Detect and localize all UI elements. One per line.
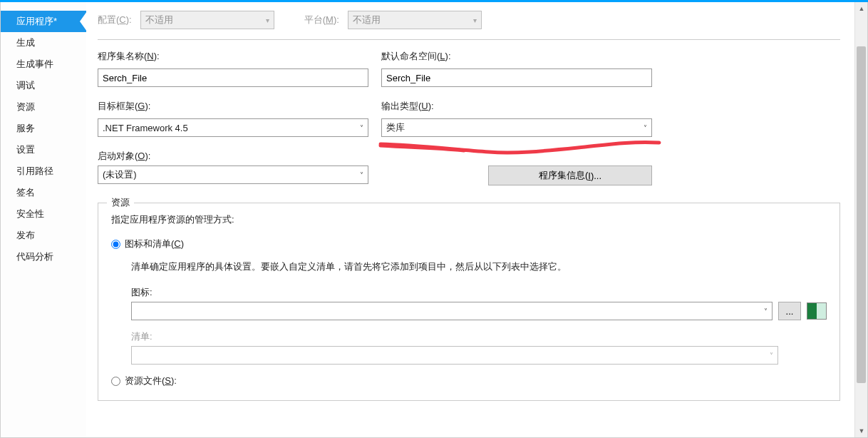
sidebar-item-services[interactable]: 服务	[1, 118, 86, 139]
resources-desc: 指定应用程序资源的管理方式:	[111, 213, 827, 226]
sidebar-item-debug[interactable]: 调试	[1, 75, 86, 96]
icon-label: 图标:	[131, 286, 827, 299]
sidebar-item-publish[interactable]: 发布	[1, 225, 86, 246]
target-framework-combo[interactable]: .NET Framework 4.5 ˅	[98, 118, 368, 137]
sidebar-item-settings[interactable]: 设置	[1, 139, 86, 161]
output-type-combo[interactable]: 类库 ˅	[381, 118, 652, 137]
config-combo: 不适用 ▾	[140, 11, 274, 29]
radio-icon-manifest-label: 图标和清单(C)	[125, 238, 184, 250]
startup-object-label: 启动对象(O):	[98, 150, 368, 163]
scroll-thumb[interactable]	[857, 46, 866, 383]
chevron-down-icon: ˅	[360, 171, 363, 179]
sidebar-item-build-events[interactable]: 生成事件	[1, 54, 86, 75]
scroll-down-icon[interactable]: ▼	[855, 424, 867, 437]
sidebar-item-application[interactable]: 应用程序*	[1, 11, 86, 32]
manifest-combo: ˅	[131, 346, 778, 365]
default-namespace-input[interactable]	[381, 68, 652, 87]
sidebar-item-build[interactable]: 生成	[1, 32, 86, 54]
radio-resource-file[interactable]	[111, 377, 120, 386]
resources-legend: 资源	[107, 196, 134, 209]
manifest-desc: 清单确定应用程序的具体设置。要嵌入自定义清单，请首先将它添加到项目中，然后从以下…	[131, 258, 827, 276]
chevron-down-icon: ˅	[644, 124, 647, 132]
scroll-up-icon[interactable]: ▲	[855, 2, 867, 15]
icon-preview-icon	[807, 302, 827, 320]
sidebar-item-code-analysis[interactable]: 代码分析	[1, 246, 86, 268]
default-namespace-label: 默认命名空间(L):	[381, 50, 652, 63]
platform-label: 平台(M):	[304, 14, 339, 26]
content-pane: 配置(C): 不适用 ▾ 平台(M): 不适用 ▾ 程序	[86, 2, 854, 437]
browse-icon-button[interactable]: ...	[778, 302, 801, 320]
sidebar-item-reference-paths[interactable]: 引用路径	[1, 161, 86, 182]
assembly-name-input[interactable]	[98, 68, 368, 87]
assembly-info-button[interactable]: 程序集信息(I)...	[488, 165, 652, 185]
sidebar-item-resources[interactable]: 资源	[1, 96, 86, 118]
chevron-down-icon: ▾	[473, 16, 477, 24]
sidebar-item-signing[interactable]: 签名	[1, 182, 86, 203]
resources-group: 资源 指定应用程序资源的管理方式: 图标和清单(C) 清单确定应用程序的具体设置…	[98, 203, 840, 401]
config-label: 配置(C):	[98, 14, 132, 26]
target-framework-label: 目标框架(G):	[98, 100, 368, 113]
sidebar: 应用程序* 生成 生成事件 调试 资源 服务 设置 引用路径 签名 安全性 发布…	[1, 2, 86, 437]
chevron-down-icon: ▾	[266, 16, 269, 24]
manifest-label: 清单:	[131, 330, 827, 343]
vertical-scrollbar[interactable]: ▲ ▼	[854, 2, 867, 437]
platform-combo: 不适用 ▾	[348, 11, 482, 29]
startup-object-combo[interactable]: (未设置) ˅	[98, 165, 368, 184]
sidebar-item-security[interactable]: 安全性	[1, 203, 86, 225]
icon-combo[interactable]: ˅	[131, 302, 773, 320]
chevron-down-icon: ˅	[764, 307, 768, 315]
radio-icon-manifest[interactable]	[111, 240, 120, 249]
divider	[98, 39, 840, 40]
output-type-label: 输出类型(U):	[381, 100, 652, 113]
chevron-down-icon: ˅	[360, 124, 363, 132]
assembly-name-label: 程序集名称(N):	[98, 50, 368, 63]
radio-resource-file-label: 资源文件(S):	[125, 375, 177, 387]
chevron-down-icon: ˅	[770, 352, 773, 360]
